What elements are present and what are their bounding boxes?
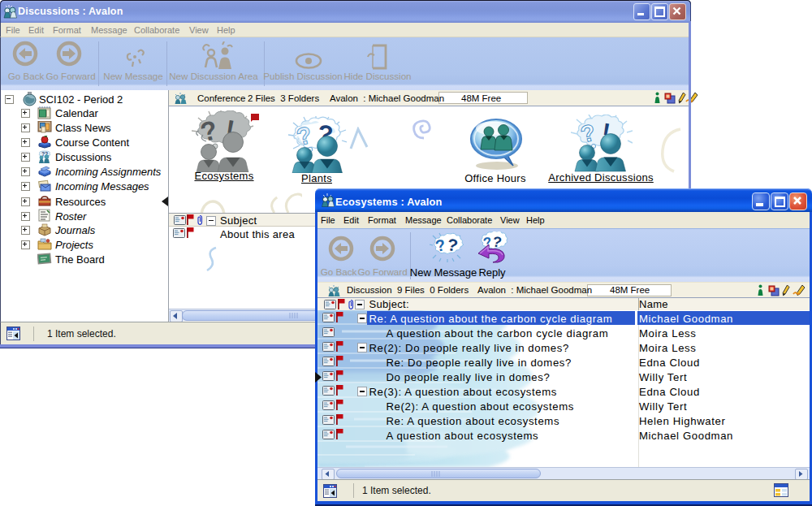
svg-text:?: ? <box>491 233 503 251</box>
svg-text:?: ? <box>446 235 460 255</box>
